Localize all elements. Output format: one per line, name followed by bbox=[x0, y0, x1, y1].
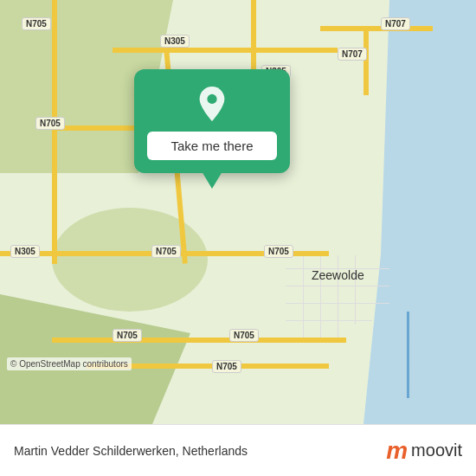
grid-line bbox=[303, 255, 304, 342]
popup-card: Take me there bbox=[134, 69, 290, 173]
road-label-n705-mid2: N705 bbox=[264, 245, 293, 258]
map-container: N705 N305 N707 N305 N705 N705 N705 N705 … bbox=[0, 0, 476, 424]
moovit-m-letter: m bbox=[386, 437, 408, 465]
road-label-n705: N705 bbox=[22, 17, 51, 30]
road-n707-horizontal bbox=[320, 26, 433, 31]
road-segment bbox=[251, 48, 338, 53]
ferry-line bbox=[407, 312, 409, 398]
footer: Martin Vedder Schilderwerken, Netherland… bbox=[0, 424, 476, 476]
road-label-n705-mid: N705 bbox=[151, 245, 181, 258]
grid-line bbox=[286, 320, 372, 321]
location-pin-icon bbox=[195, 87, 229, 121]
city-label-zeewolde: Zeewolde bbox=[312, 268, 364, 282]
location-label: Martin Vedder Schilderwerken, Netherland… bbox=[14, 444, 248, 458]
road-label-n707-top: N707 bbox=[381, 17, 410, 30]
grid-line bbox=[355, 255, 356, 325]
moovit-wordmark: moovit bbox=[411, 441, 462, 460]
road-n705-horizontal-2 bbox=[52, 338, 346, 343]
popup-tail bbox=[202, 171, 222, 189]
road-label-n705-bottom: N705 bbox=[212, 360, 241, 373]
road-label-n705-left: N705 bbox=[35, 117, 65, 130]
svg-point-0 bbox=[207, 94, 216, 104]
road-label-n305-left: N305 bbox=[10, 245, 40, 258]
road-label-n305-top: N305 bbox=[160, 35, 190, 48]
moovit-logo: m moovit bbox=[386, 437, 462, 465]
road-segment bbox=[52, 125, 57, 264]
road-label-n707-right: N707 bbox=[338, 48, 367, 61]
take-me-there-button[interactable]: Take me there bbox=[147, 132, 277, 160]
road-label-n705-lower2: N705 bbox=[229, 329, 259, 342]
osm-attribution: © OpenStreetMap contributors bbox=[7, 357, 132, 370]
road-segment bbox=[363, 26, 369, 95]
road-label-n705-lower: N705 bbox=[113, 329, 142, 342]
